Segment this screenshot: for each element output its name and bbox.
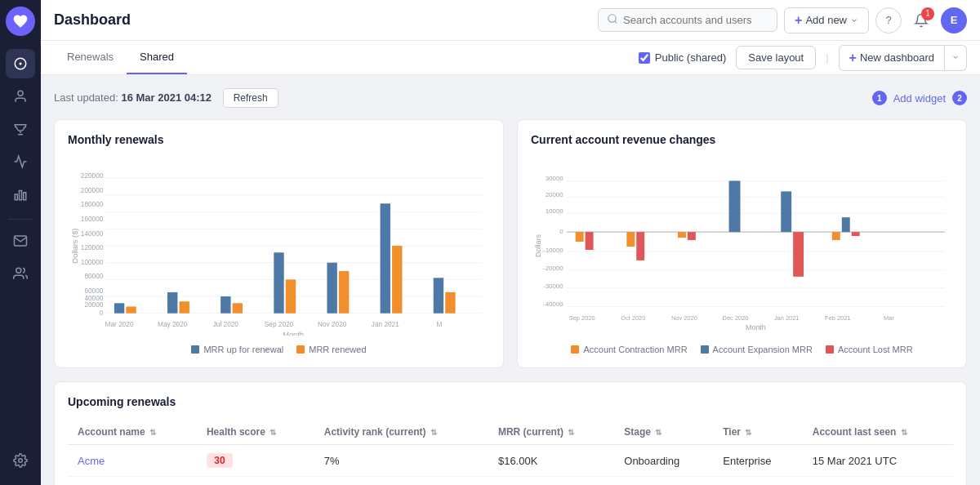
col-health-score[interactable]: Health score ⇅ bbox=[197, 420, 314, 445]
legend-dot-lost bbox=[826, 345, 834, 354]
revenue-changes-legend: Account Contraction MRR Account Expansio… bbox=[531, 345, 953, 354]
trophy-icon bbox=[13, 122, 28, 136]
cell-account-name-1: Movelam bbox=[68, 477, 197, 486]
svg-text:-20000: -20000 bbox=[543, 265, 564, 272]
upcoming-renewals-card: Upcoming renewals Account name ⇅ Health … bbox=[54, 381, 967, 485]
svg-text:Mar: Mar bbox=[884, 314, 894, 322]
sidebar-item-team[interactable] bbox=[6, 259, 35, 288]
legend-item-mrr-renewal: MRR up for renewal bbox=[191, 345, 283, 354]
add-widget-link[interactable]: Add widget bbox=[893, 92, 946, 105]
sidebar-item-goals[interactable] bbox=[6, 114, 35, 144]
svg-rect-78 bbox=[781, 191, 791, 232]
legend-item-contraction: Account Contraction MRR bbox=[571, 345, 687, 354]
sort-icon-last-seen: ⇅ bbox=[901, 428, 907, 437]
sidebar-item-analytics[interactable] bbox=[6, 147, 35, 176]
svg-text:10000: 10000 bbox=[546, 207, 564, 215]
svg-text:Dollars ($): Dollars ($) bbox=[71, 229, 79, 264]
svg-rect-74 bbox=[636, 232, 644, 260]
col-activity-rank[interactable]: Activity rank (current) ⇅ bbox=[314, 420, 488, 445]
col-mrr[interactable]: MRR (current) ⇅ bbox=[488, 420, 614, 445]
svg-text:200000: 200000 bbox=[81, 187, 104, 194]
table-row: Acme 30 7% $16.00K Onboarding Enterprise… bbox=[68, 445, 953, 477]
tab-renewals[interactable]: Renewals bbox=[54, 41, 127, 74]
svg-text:0: 0 bbox=[559, 228, 564, 235]
col-stage[interactable]: Stage ⇅ bbox=[614, 420, 713, 445]
col-account-name[interactable]: Account name ⇅ bbox=[68, 420, 197, 445]
public-shared-checkbox[interactable] bbox=[639, 52, 650, 64]
add-new-button[interactable]: + Add new bbox=[784, 7, 869, 33]
svg-text:0: 0 bbox=[100, 309, 104, 317]
upcoming-renewals-table: Account name ⇅ Health score ⇅ Activity r… bbox=[68, 420, 953, 485]
people-icon bbox=[13, 266, 28, 281]
sidebar-item-contacts[interactable] bbox=[6, 82, 35, 111]
svg-text:Oct 2020: Oct 2020 bbox=[621, 314, 645, 322]
svg-rect-82 bbox=[852, 232, 860, 236]
svg-rect-43 bbox=[392, 246, 402, 314]
tab-shared[interactable]: Shared bbox=[127, 41, 187, 74]
svg-text:Nov 2020: Nov 2020 bbox=[671, 314, 697, 322]
svg-rect-32 bbox=[114, 303, 124, 313]
account-link-acme[interactable]: Acme bbox=[78, 455, 105, 467]
last-updated-info: Last updated: 16 Mar 2021 04:12 Refresh bbox=[54, 88, 278, 108]
legend-dot-orange bbox=[296, 345, 305, 354]
svg-rect-76 bbox=[688, 232, 696, 240]
svg-text:Sep 2020: Sep 2020 bbox=[265, 321, 294, 328]
svg-rect-3 bbox=[15, 194, 17, 200]
svg-rect-39 bbox=[286, 279, 296, 313]
svg-point-8 bbox=[608, 15, 616, 22]
app-logo[interactable] bbox=[6, 7, 35, 36]
top-right-actions: 1 Add widget 2 bbox=[872, 91, 967, 105]
search-input[interactable] bbox=[623, 14, 768, 26]
refresh-button[interactable]: Refresh bbox=[223, 88, 278, 108]
new-dashboard-caret-button[interactable] bbox=[945, 45, 967, 71]
legend-dot-contraction bbox=[571, 345, 579, 354]
revenue-changes-title: Current account revenue changes bbox=[531, 133, 953, 146]
help-button[interactable]: ? bbox=[875, 7, 902, 33]
help-label: ? bbox=[885, 14, 891, 26]
search-box[interactable] bbox=[598, 8, 777, 32]
save-layout-button[interactable]: Save layout bbox=[736, 46, 816, 69]
svg-text:Jul 2020: Jul 2020 bbox=[213, 321, 239, 328]
health-badge-acme: 30 bbox=[207, 453, 233, 468]
svg-rect-40 bbox=[327, 263, 336, 314]
svg-rect-42 bbox=[381, 203, 390, 313]
last-updated-value: 16 Mar 2021 04:12 bbox=[121, 91, 212, 104]
svg-rect-80 bbox=[832, 232, 840, 240]
mail-icon bbox=[13, 234, 28, 248]
last-updated-bar: Last updated: 16 Mar 2021 04:12 Refresh … bbox=[54, 88, 967, 108]
col-tier[interactable]: Tier ⇅ bbox=[713, 420, 803, 445]
svg-text:-30000: -30000 bbox=[543, 283, 564, 290]
sidebar-item-messages[interactable] bbox=[6, 226, 35, 256]
sidebar-item-dashboard[interactable] bbox=[6, 49, 35, 78]
svg-text:-40000: -40000 bbox=[543, 300, 564, 308]
sidebar-item-settings[interactable] bbox=[6, 446, 35, 475]
new-dashboard-button[interactable]: + New dashboard bbox=[839, 45, 945, 71]
sidebar-item-reports[interactable] bbox=[6, 180, 35, 209]
public-shared-toggle[interactable]: Public (shared) bbox=[639, 51, 726, 64]
svg-text:100000: 100000 bbox=[81, 259, 104, 266]
upcoming-renewals-title: Upcoming renewals bbox=[68, 395, 953, 408]
svg-rect-75 bbox=[678, 232, 686, 238]
svg-text:May 2020: May 2020 bbox=[158, 321, 188, 328]
avatar-initial: E bbox=[951, 14, 958, 26]
svg-rect-38 bbox=[274, 252, 283, 313]
legend-item-lost: Account Lost MRR bbox=[826, 345, 913, 354]
svg-rect-35 bbox=[179, 301, 189, 313]
avatar[interactable]: E bbox=[941, 7, 967, 33]
legend-item-expansion: Account Expansion MRR bbox=[701, 345, 813, 354]
new-dashboard-plus-icon: + bbox=[849, 51, 857, 65]
svg-point-6 bbox=[16, 268, 21, 273]
cell-tier-0: Enterprise bbox=[713, 445, 803, 477]
svg-text:-10000: -10000 bbox=[543, 247, 564, 254]
cell-last-seen-1: 15 Mar 2021 UTC bbox=[803, 477, 953, 486]
cell-mrr-0: $16.00K bbox=[488, 445, 614, 477]
page-title: Dashboard bbox=[54, 11, 131, 29]
revenue-changes-card: Current account revenue changes Dollars … bbox=[517, 119, 967, 368]
subnav-divider: | bbox=[826, 51, 828, 64]
svg-text:Nov 2020: Nov 2020 bbox=[318, 321, 347, 328]
svg-text:Jan 2021: Jan 2021 bbox=[372, 321, 399, 328]
svg-text:Dollars: Dollars bbox=[534, 234, 542, 257]
main-content: Last updated: 16 Mar 2021 04:12 Refresh … bbox=[41, 75, 980, 485]
notifications-button[interactable]: 1 bbox=[908, 7, 934, 33]
col-last-seen[interactable]: Account last seen ⇅ bbox=[803, 420, 953, 445]
